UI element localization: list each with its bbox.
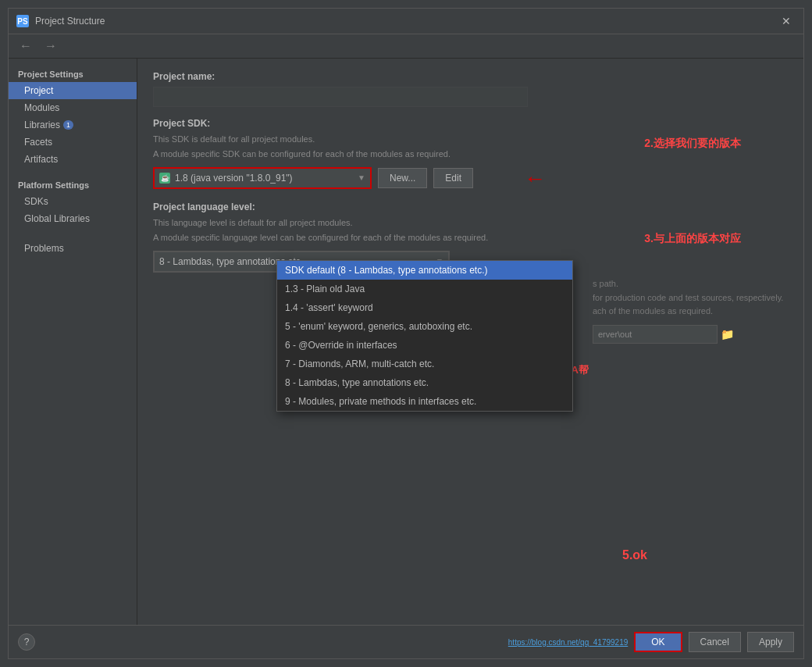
dropdown-arrow-icon: ▼ <box>358 173 365 182</box>
compiler-output-input[interactable] <box>593 325 718 344</box>
lang-desc1: This language level is default for all p… <box>153 217 788 229</box>
sidebar-item-sdks[interactable]: SDKs <box>9 193 137 210</box>
ok-button[interactable]: OK <box>634 632 682 652</box>
new-sdk-button[interactable]: New... <box>378 168 427 188</box>
sdk-icon: ☕ <box>159 173 170 184</box>
libraries-badge: 1 <box>63 120 73 130</box>
dropdown-item-1[interactable]: 1.3 - Plain old Java <box>277 280 572 298</box>
sidebar-item-modules[interactable]: Modules <box>9 99 137 116</box>
sdk-row: ☕ 1.8 (java version "1.8.0_91") ▼ New...… <box>153 167 788 189</box>
cancel-button[interactable]: Cancel <box>689 632 741 652</box>
folder-icon[interactable]: 📁 <box>721 326 734 343</box>
dropdown-item-3[interactable]: 5 - 'enum' keyword, generics, autoboxing… <box>277 317 572 336</box>
project-name-label: Project name: <box>153 71 788 82</box>
nav-bar: ← → <box>9 34 803 59</box>
sidebar-item-problems[interactable]: Problems <box>9 240 137 257</box>
right-partial-content: s path. for production code and test sou… <box>593 277 796 344</box>
sdk-label: Project SDK: <box>153 118 788 129</box>
sdk-value: 1.8 (java version "1.8.0_91") <box>175 173 358 184</box>
content-area: Project Settings Project Modules Librari… <box>9 59 803 625</box>
sidebar: Project Settings Project Modules Librari… <box>9 59 137 625</box>
help-button[interactable]: ? <box>18 633 35 651</box>
window-title: Project Structure <box>35 16 105 27</box>
sidebar-item-libraries[interactable]: Libraries 1 <box>9 116 137 134</box>
forward-button[interactable]: → <box>41 37 60 55</box>
project-name-input[interactable] <box>153 87 528 107</box>
dropdown-item-5[interactable]: 7 - Diamonds, ARM, multi-catch etc. <box>277 355 572 373</box>
back-button[interactable]: ← <box>16 37 35 55</box>
sidebar-item-project[interactable]: Project <box>9 82 137 99</box>
dropdown-item-6[interactable]: 8 - Lambdas, type annotations etc. <box>277 373 572 392</box>
lang-dropdown-popup: SDK default (8 - Lambdas, type annotatio… <box>276 260 573 412</box>
sdk-dropdown[interactable]: ☕ 1.8 (java version "1.8.0_91") ▼ <box>153 167 372 189</box>
sdk-desc1: This SDK is default for all project modu… <box>153 134 788 145</box>
app-icon: PS <box>16 15 29 27</box>
sdk-section: Project SDK: This SDK is default for all… <box>153 118 788 189</box>
footer-left: ? <box>18 633 502 651</box>
footer: ? https://blog.csdn.net/qq_41799219 OK C… <box>9 625 803 658</box>
project-structure-dialog: PS Project Structure ✕ ← → Project Setti… <box>8 8 804 659</box>
platform-settings-section-label: Platform Settings <box>9 176 137 193</box>
main-panel: Project name: Project SDK: This SDK is d… <box>137 59 803 625</box>
title-bar: PS Project Structure ✕ <box>9 9 803 34</box>
sdk-desc2: A module specific SDK can be configured … <box>153 148 788 160</box>
url-text: https://blog.csdn.net/qq_41799219 <box>508 638 628 647</box>
dropdown-item-0[interactable]: SDK default (8 - Lambdas, type annotatio… <box>277 261 572 280</box>
sidebar-item-facets[interactable]: Facets <box>9 134 137 151</box>
edit-sdk-button[interactable]: Edit <box>433 168 473 188</box>
sidebar-item-artifacts[interactable]: Artifacts <box>9 151 137 168</box>
dropdown-item-7[interactable]: 9 - Modules, private methods in interfac… <box>277 392 572 411</box>
title-bar-left: PS Project Structure <box>16 15 105 27</box>
lang-desc2: A module specific language level can be … <box>153 232 788 244</box>
dropdown-item-4[interactable]: 6 - @Override in interfaces <box>277 336 572 355</box>
annotation-5: 5.ok <box>622 548 647 562</box>
lang-label: Project language level: <box>153 202 788 212</box>
dropdown-item-2[interactable]: 1.4 - 'assert' keyword <box>277 298 572 317</box>
close-button[interactable]: ✕ <box>777 13 796 29</box>
project-settings-section-label: Project Settings <box>9 65 137 82</box>
apply-button[interactable]: Apply <box>747 632 794 652</box>
sidebar-item-global-libraries[interactable]: Global Libraries <box>9 210 137 227</box>
